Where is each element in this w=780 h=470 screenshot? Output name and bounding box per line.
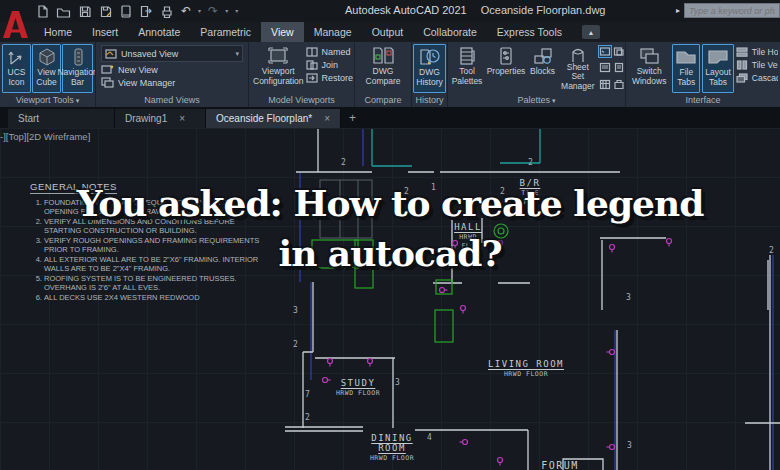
ucs-icon-button[interactable]: UCSIcon: [2, 44, 31, 93]
tile-vertically-button[interactable]: Tile Vertically: [736, 60, 778, 70]
switch-windows-button[interactable]: SwitchWindows: [628, 44, 670, 93]
plan-number: 4: [427, 433, 432, 442]
named-viewports-button[interactable]: Named: [306, 47, 354, 57]
drawing-canvas[interactable]: -][Top][2D Wireframe] GENERAL NOTES FOUN…: [0, 128, 780, 470]
properties-button[interactable]: Properties: [486, 44, 526, 93]
new-tab-icon[interactable]: +: [349, 109, 356, 128]
layer-palette-icon[interactable]: [613, 46, 625, 57]
file-tabs-icon: [675, 47, 697, 67]
panel-title-palettes[interactable]: Palettes▾: [448, 93, 625, 107]
tab-parametric[interactable]: Parametric: [190, 22, 261, 42]
navigation-bar-button[interactable]: NavigationBar: [62, 44, 93, 93]
export-icon[interactable]: [139, 4, 152, 19]
join-viewports-button[interactable]: Join: [306, 60, 354, 70]
viewport-configuration-button[interactable]: ViewportConfiguration: [251, 44, 306, 93]
file-tab-oceanside-floorplan[interactable]: Oceanside Floorplan* ×: [206, 109, 341, 128]
dwg-compare-button[interactable]: DWGCompare: [360, 44, 406, 93]
plan-number: 3: [627, 441, 632, 450]
room-label-study: STUDYHRWD FLOOR: [312, 378, 404, 397]
basket-icon[interactable]: [613, 79, 625, 90]
layout-tabs-button[interactable]: LayoutTabs: [702, 44, 734, 93]
save-icon[interactable]: [78, 4, 92, 19]
close-icon[interactable]: ×: [179, 109, 185, 128]
ribbon: UCSIcon ViewCube NavigationBar Viewport …: [0, 42, 780, 107]
print-icon[interactable]: [159, 4, 174, 19]
panel-title-named-views[interactable]: Named Views: [96, 93, 248, 107]
palettes-small-icons: [599, 44, 625, 93]
window-title: Autodesk AutoCAD 2021Oceanside Floorplan…: [345, 4, 605, 16]
panel-named-views: Unsaved View ▾ New View View Manager Nam…: [96, 42, 249, 107]
dwg-history-button[interactable]: DWGHistory: [413, 44, 445, 93]
tab-home[interactable]: Home: [34, 22, 82, 42]
restore-viewports-button[interactable]: Restore: [306, 73, 354, 83]
plan-number: 3: [626, 293, 631, 302]
command-line-icon[interactable]: [599, 46, 611, 57]
panel-title-viewport-tools[interactable]: Viewport Tools▾: [0, 93, 95, 107]
cascade-button[interactable]: Cascade: [736, 73, 778, 83]
panel-title-compare[interactable]: Compare: [355, 93, 411, 107]
close-icon[interactable]: ×: [324, 109, 330, 128]
file-tab-start[interactable]: Start: [8, 109, 115, 128]
ribbon-collapse-icon[interactable]: ▲: [582, 25, 600, 39]
named-viewports-icon: [306, 47, 318, 57]
file-tabs-button[interactable]: FileTabs: [672, 44, 700, 93]
tab-manage[interactable]: Manage: [304, 22, 362, 42]
headline-overlay: You asked: How to create legend in autoc…: [15, 178, 765, 278]
viewport-configuration-icon: [267, 46, 289, 66]
view-combo[interactable]: Unsaved View ▾: [101, 45, 243, 62]
count-icon[interactable]: [599, 79, 611, 90]
panel-title-model-viewports[interactable]: Model Viewports: [249, 93, 354, 107]
autocad-logo[interactable]: [2, 9, 30, 39]
sheet-set-manager-button[interactable]: Sheet SetManager: [559, 44, 597, 93]
open-folder-icon[interactable]: [56, 4, 71, 19]
tile-vertically-icon: [736, 60, 748, 70]
plan-number: 2: [528, 158, 533, 167]
tab-insert[interactable]: Insert: [82, 22, 128, 42]
tile-horizontally-button[interactable]: Tile Horizontally: [736, 47, 778, 57]
tab-collaborate[interactable]: Collaborate: [413, 22, 487, 42]
panel-title-interface[interactable]: Interface: [626, 93, 780, 107]
markup-icon[interactable]: [599, 62, 611, 73]
join-viewports-icon: [306, 60, 318, 70]
redo-icon[interactable]: ↷: [208, 3, 218, 19]
plot-icon[interactable]: [120, 4, 132, 19]
new-view-button[interactable]: New View: [101, 64, 243, 75]
plan-number: 2: [293, 340, 298, 349]
undo-dropdown-icon[interactable]: ▾: [198, 3, 201, 19]
help-search-input[interactable]: [684, 3, 780, 18]
tab-annotate[interactable]: Annotate: [128, 22, 190, 42]
new-file-icon[interactable]: [36, 4, 49, 19]
view-manager-button[interactable]: View Manager: [101, 77, 243, 88]
panel-viewport-tools: UCSIcon ViewCube NavigationBar Viewport …: [0, 42, 96, 107]
restore-viewports-icon: [306, 73, 318, 83]
headline-line1: You asked: How to create legend: [15, 178, 765, 228]
tab-express-tools[interactable]: Express Tools: [487, 22, 572, 42]
redo-dropdown-icon[interactable]: ▾: [225, 3, 228, 19]
viewport-controls[interactable]: -][Top][2D Wireframe]: [0, 131, 90, 142]
undo-icon[interactable]: ↶: [181, 3, 191, 19]
view-manager-icon: [101, 77, 114, 88]
properties-icon: [498, 46, 514, 66]
panel-title-history[interactable]: History: [412, 93, 447, 107]
room-label-dining-room: DININGROOMHRWD FLOOR: [346, 433, 438, 462]
plan-number: 2: [341, 158, 346, 167]
blocks-icon: [533, 46, 553, 66]
panel-compare: DWGCompare Compare: [355, 42, 412, 107]
room-label-living-room: LIVING ROOMHRWD FLOOR: [468, 359, 584, 378]
dwg-history-icon: [419, 47, 441, 67]
save-as-icon[interactable]: [99, 4, 113, 19]
qat-customize-icon[interactable]: ▾: [235, 3, 238, 19]
tab-view[interactable]: View: [261, 22, 304, 42]
dwg-compare-icon: [371, 46, 395, 66]
navigation-bar-icon: [68, 47, 88, 67]
plan-number: 3: [395, 378, 400, 387]
switch-windows-icon: [638, 46, 660, 66]
title-bar: ↶ ▾ ↷ ▾ ▾ Autodesk AutoCAD 2021Oceanside…: [0, 0, 780, 23]
file-tab-drawing1[interactable]: Drawing1 ×: [115, 109, 206, 128]
tab-output[interactable]: Output: [362, 22, 414, 42]
tool-palettes-button[interactable]: ToolPalettes: [450, 44, 484, 93]
calculator-icon[interactable]: [613, 62, 625, 73]
blocks-button[interactable]: Blocks: [528, 44, 557, 93]
tool-palettes-icon: [458, 46, 476, 66]
search-toggle-icon[interactable]: ▸: [676, 6, 680, 15]
